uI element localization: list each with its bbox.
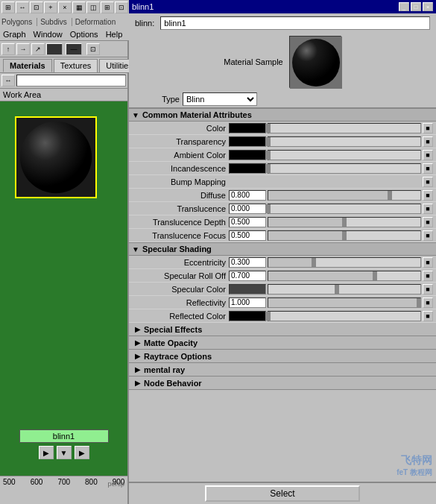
color-swatch-transparency[interactable]	[229, 136, 266, 147]
slider-color[interactable]	[268, 123, 421, 133]
left-tb-btn-5[interactable]: —	[66, 43, 82, 55]
slider-translucence-focus[interactable]	[268, 230, 421, 241]
sphere-preview-left	[15, 116, 97, 198]
slider-specular-roll-off[interactable]	[268, 271, 421, 281]
map-btn-reflected-color[interactable]: ■	[423, 311, 433, 321]
slider-reflectivity[interactable]	[268, 297, 421, 308]
color-swatch-reflected[interactable]	[229, 311, 266, 321]
tab-textures[interactable]: Textures	[54, 59, 98, 72]
search-btn[interactable]: ↔	[1, 75, 15, 86]
tb-btn-6[interactable]: ▦	[72, 1, 86, 13]
map-btn-specular-color[interactable]: ■	[423, 284, 433, 294]
attr-reflected-color: Reflected Color ■	[129, 309, 436, 323]
map-btn-transparency[interactable]: ■	[423, 136, 433, 147]
input-translucence-depth[interactable]	[229, 217, 266, 227]
slider-diffuse[interactable]	[268, 190, 421, 201]
color-swatch-color[interactable]	[229, 123, 266, 133]
common-attributes-title: Common Material Attributes	[142, 110, 252, 119]
ruler-500: 500	[3, 478, 16, 486]
left-tb-btn-1[interactable]: ↑	[1, 43, 15, 55]
common-attributes-header[interactable]: ▼ Common Material Attributes	[129, 108, 436, 122]
left-tb-btn-3[interactable]: ↗	[31, 43, 45, 55]
slider-incandescence[interactable]	[268, 163, 421, 174]
slider-ambient[interactable]	[268, 150, 421, 160]
close-btn[interactable]: ×	[423, 2, 433, 11]
attr-reflectivity: Reflectivity ■	[129, 296, 436, 309]
section-raytrace-options[interactable]: ▶ Raytrace Options	[129, 350, 436, 363]
attr-translucence-focus: Translucence Focus ■	[129, 229, 436, 242]
select-button[interactable]: Select	[205, 485, 360, 502]
scroll-container[interactable]: ▼ Common Material Attributes Color ■ Tra…	[129, 108, 436, 482]
tabs-label: Polygons	[1, 18, 35, 26]
map-btn-incandescence[interactable]: ■	[423, 163, 433, 174]
matte-opacity-arrow-icon: ▶	[135, 338, 141, 347]
color-swatch-ambient[interactable]	[229, 150, 266, 160]
map-btn-translucence[interactable]: ■	[423, 204, 433, 214]
common-arrow-icon: ▼	[132, 111, 139, 119]
color-swatch-specular[interactable]	[229, 284, 266, 294]
menu-graph[interactable]: Graph	[3, 30, 26, 39]
minimize-btn[interactable]: _	[399, 2, 409, 11]
section-node-behavior[interactable]: ▶ Node Behavior	[129, 377, 436, 390]
slider-specular-color[interactable]	[268, 284, 421, 294]
type-select[interactable]: Blinn	[183, 92, 257, 106]
tb-btn-8[interactable]: ⊞	[101, 1, 114, 13]
tb-btn-2[interactable]: ↔	[16, 1, 29, 13]
map-btn-bump[interactable]: ■	[423, 177, 433, 187]
attr-color: Color ■	[129, 122, 436, 135]
attr-specular-color-label: Specular Color	[132, 285, 229, 294]
map-btn-specular-roll-off[interactable]: ■	[423, 271, 433, 281]
attr-ambient-label: Ambient Color	[132, 151, 229, 160]
input-eccentricity[interactable]	[229, 257, 266, 268]
input-specular-roll-off[interactable]	[229, 271, 266, 281]
menu-help[interactable]: Help	[106, 30, 123, 39]
maximize-btn[interactable]: □	[411, 2, 421, 11]
attr-ambient: Ambient Color ■	[129, 148, 436, 162]
input-diffuse[interactable]	[229, 190, 266, 201]
map-btn-ambient[interactable]: ■	[423, 150, 433, 160]
menu-window[interactable]: Window	[34, 30, 63, 39]
search-input[interactable]	[16, 75, 126, 86]
slider-translucence[interactable]	[268, 204, 421, 214]
input-translucence-focus[interactable]	[229, 230, 266, 241]
specular-shading-header[interactable]: ▼ Specular Shading	[129, 242, 436, 256]
slider-eccentricity[interactable]	[268, 257, 421, 268]
material-sphere-container	[289, 36, 341, 88]
slider-transparency[interactable]	[268, 136, 421, 147]
map-btn-translucence-depth[interactable]: ■	[423, 217, 433, 227]
play-btn-down[interactable]: ▼	[57, 446, 72, 459]
tb-btn-9[interactable]: ⊡	[115, 1, 128, 13]
input-translucence[interactable]	[229, 204, 266, 214]
playback-controls: ▶ ▼ ▶	[39, 446, 89, 459]
input-reflectivity[interactable]	[229, 297, 266, 308]
slider-reflected-color[interactable]	[268, 311, 421, 321]
slider-translucence-depth[interactable]	[268, 217, 421, 227]
left-tb-btn-6[interactable]: ⊡	[86, 43, 100, 55]
color-swatch-incandescence[interactable]	[229, 163, 266, 174]
map-btn-diffuse[interactable]: ■	[423, 190, 433, 201]
window-controls: _ □ ×	[399, 2, 433, 11]
tb-btn-7[interactable]: ◫	[86, 1, 100, 13]
tab-materials[interactable]: Materials	[3, 59, 52, 72]
tb-btn-5[interactable]: ×	[58, 1, 72, 13]
tb-btn-1[interactable]: ⊞	[1, 1, 15, 13]
map-btn-color[interactable]: ■	[423, 123, 433, 133]
attr-translucence-label: Translucence	[132, 204, 229, 213]
specular-arrow-icon: ▼	[132, 245, 139, 253]
section-special-effects[interactable]: ▶ Special Effects	[129, 323, 436, 336]
map-btn-reflectivity[interactable]: ■	[423, 297, 433, 308]
left-tb-btn-2[interactable]: →	[16, 43, 30, 55]
play-btn-left[interactable]: ▶	[39, 446, 54, 459]
map-btn-translucence-focus[interactable]: ■	[423, 230, 433, 241]
blinn-name-input[interactable]	[160, 16, 430, 30]
tb-btn-3[interactable]: ⊡	[30, 1, 43, 13]
map-btn-eccentricity[interactable]: ■	[423, 257, 433, 268]
left-toolbar: ↑ → ↗ — ⊡	[0, 41, 127, 57]
section-matte-opacity[interactable]: ▶ Matte Opacity	[129, 336, 436, 350]
left-tb-btn-4[interactable]	[46, 43, 63, 55]
tb-btn-4[interactable]: +	[44, 1, 57, 13]
play-btn-right[interactable]: ▶	[75, 446, 89, 459]
menu-options[interactable]: Options	[70, 30, 98, 39]
section-mental-ray[interactable]: ▶ mental ray	[129, 363, 436, 377]
special-effects-arrow-icon: ▶	[135, 325, 141, 333]
